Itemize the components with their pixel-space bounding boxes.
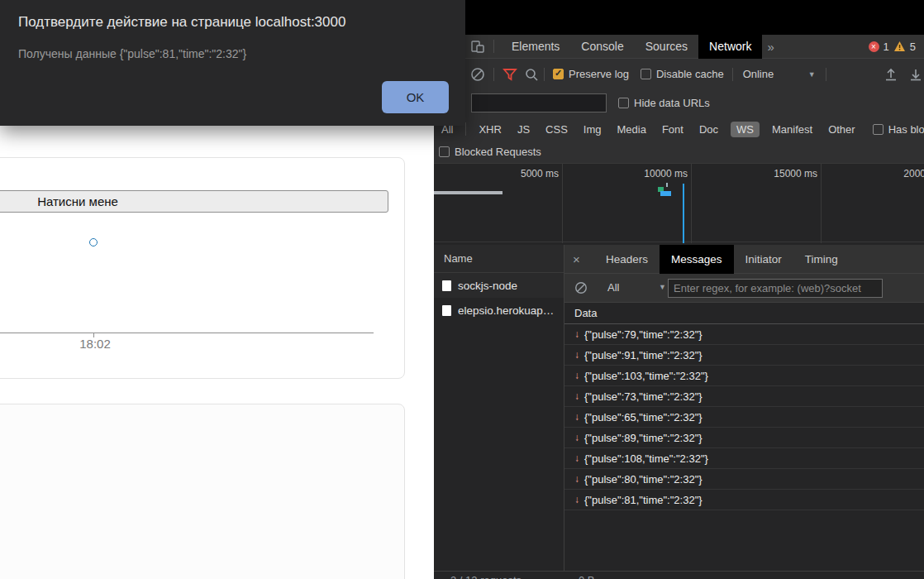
search-icon[interactable]: [524, 67, 539, 82]
ws-message: {"pulse":65,"time":"2:32"}: [584, 411, 703, 423]
filter-css[interactable]: CSS: [542, 122, 571, 137]
chevron-down-icon: ▼: [808, 70, 816, 79]
blocked-requests-row[interactable]: Blocked Requests: [434, 141, 924, 163]
filter-img[interactable]: Img: [580, 122, 605, 137]
receive-arrow-icon: ↓: [574, 432, 579, 443]
document-icon: [442, 280, 451, 291]
tab-initiator[interactable]: Initiator: [734, 245, 793, 274]
timeline-event-line: [683, 184, 684, 243]
ws-message-row[interactable]: ↓ {"pulse":81,"time":"2:32"}: [564, 490, 924, 510]
receive-arrow-icon: ↓: [574, 452, 579, 464]
more-tabs-icon[interactable]: »: [767, 40, 774, 54]
network-filter-row: Hide data URLs: [434, 89, 924, 117]
checkbox-icon: [641, 69, 651, 79]
preserve-log-checkbox[interactable]: Preserve log: [553, 68, 629, 80]
clear-messages-icon[interactable]: [574, 281, 589, 296]
resource-type-filters: All XHR JS CSS Img Media Font Doc WS Man…: [434, 117, 924, 141]
timeline-request-mark: [666, 183, 668, 187]
timeline-request-mark: [660, 191, 671, 196]
data-column-header[interactable]: Data: [564, 303, 924, 324]
ws-message-row[interactable]: ↓ {"pulse":65,"time":"2:32"}: [564, 407, 924, 428]
console-badges[interactable]: × 1 5: [869, 41, 924, 53]
disable-cache-checkbox[interactable]: Disable cache: [641, 68, 724, 80]
toggle-device-toolbar-icon[interactable]: [470, 39, 485, 54]
frame-type-select[interactable]: All: [607, 281, 619, 294]
request-name: elepsio.herokuap…: [458, 304, 554, 317]
throttling-select[interactable]: Online ▼: [743, 68, 816, 80]
ws-message: {"pulse":79,"time":"2:32"}: [584, 328, 703, 341]
press-me-button[interactable]: Натисни мене: [0, 190, 388, 213]
tab-sources[interactable]: Sources: [635, 35, 698, 59]
tab-headers[interactable]: Headers: [594, 245, 660, 274]
disable-cache-label: Disable cache: [656, 68, 724, 80]
transferred-bytes: 0 B: [579, 574, 595, 579]
ws-message-row[interactable]: ↓ {"pulse":73,"time":"2:32"}: [564, 386, 924, 407]
devtools-tab-bar: Elements Console Sources Network » × 1 5: [434, 35, 924, 59]
filter-ws[interactable]: WS: [731, 122, 760, 137]
has-blocked-cookies-checkbox[interactable]: Has blocked cookies: [873, 123, 924, 136]
filter-icon[interactable]: [502, 67, 517, 82]
filter-font[interactable]: Font: [659, 122, 687, 137]
network-filter-input[interactable]: [471, 93, 607, 112]
request-detail-pane: × Headers Messages Initiator Timing All …: [564, 245, 924, 571]
dialog-ok-button[interactable]: OK: [382, 81, 449, 113]
tab-messages[interactable]: Messages: [660, 245, 734, 274]
checkbox-icon: [618, 98, 629, 108]
export-har-icon[interactable]: [909, 67, 922, 81]
has-blocked-cookies-label: Has blocked cookies: [888, 123, 924, 136]
filter-js[interactable]: JS: [514, 122, 533, 137]
filter-doc[interactable]: Doc: [696, 122, 722, 137]
import-har-icon[interactable]: [884, 67, 898, 81]
filter-other[interactable]: Other: [825, 122, 859, 137]
chevron-down-icon: ▼: [659, 283, 666, 291]
har-buttons: [884, 67, 924, 81]
divider: [465, 122, 466, 136]
filter-xhr[interactable]: XHR: [475, 122, 504, 137]
warning-count: 5: [910, 41, 916, 53]
receive-arrow-icon: ↓: [574, 390, 579, 402]
divider: [493, 68, 494, 81]
request-row-elepsio[interactable]: elepsio.herokuap…: [434, 298, 564, 323]
clear-network-log-icon[interactable]: [470, 67, 485, 82]
ws-message-row[interactable]: ↓ {"pulse":108,"time":"2:32"}: [564, 448, 924, 469]
ws-message-row[interactable]: ↓ {"pulse":91,"time":"2:32"}: [564, 345, 924, 366]
preserve-log-label: Preserve log: [569, 68, 629, 80]
warning-badge-icon: [893, 41, 906, 52]
ws-message-row[interactable]: ↓ {"pulse":103,"time":"2:32"}: [564, 366, 924, 386]
tab-console[interactable]: Console: [570, 35, 634, 59]
message-regex-input[interactable]: [668, 279, 883, 298]
close-icon[interactable]: ×: [573, 252, 584, 266]
network-overview-timeline[interactable]: 5000 ms 10000 ms 15000 ms 20000 ms: [434, 163, 924, 242]
tab-timing[interactable]: Timing: [793, 245, 850, 274]
ws-message: {"pulse":108,"time":"2:32"}: [584, 452, 708, 465]
tab-elements[interactable]: Elements: [501, 35, 570, 59]
error-badge-icon: ×: [869, 41, 879, 52]
timeline-tick-label: 15000 ms: [761, 168, 817, 179]
ws-message-row[interactable]: ↓ {"pulse":80,"time":"2:32"}: [564, 469, 924, 490]
ws-message-row[interactable]: ↓ {"pulse":79,"time":"2:32"}: [564, 324, 924, 345]
hide-data-urls-checkbox[interactable]: Hide data URLs: [618, 97, 710, 109]
dialog-title: Подтвердите действие на странице localho…: [18, 14, 345, 31]
document-icon: [442, 305, 451, 316]
receive-arrow-icon: ↓: [574, 328, 579, 340]
ws-message: {"pulse":80,"time":"2:32"}: [584, 473, 703, 486]
error-count: 1: [884, 41, 889, 53]
dialog-message: Получены данные {"pulse":81,"time":"2:32…: [18, 47, 246, 60]
timeline-session-bar: [434, 191, 502, 194]
devtools-panel: Elements Console Sources Network » × 1 5…: [434, 0, 924, 579]
receive-arrow-icon: ↓: [574, 411, 579, 423]
filter-media[interactable]: Media: [613, 122, 649, 137]
tab-network[interactable]: Network: [698, 35, 762, 59]
receive-arrow-icon: ↓: [574, 494, 579, 505]
chart-x-axis-label: 18:02: [70, 337, 120, 351]
checkbox-checked-icon: [553, 69, 564, 79]
timeline-gridline: [691, 164, 692, 243]
throttling-value: Online: [743, 68, 774, 80]
name-column-header[interactable]: Name: [434, 245, 564, 273]
divider: [493, 40, 494, 53]
network-toolbar: Preserve log Disable cache Online ▼: [434, 59, 924, 89]
request-row-sockjs-node[interactable]: sockjs-node: [434, 273, 564, 298]
receive-arrow-icon: ↓: [574, 370, 579, 381]
filter-manifest[interactable]: Manifest: [769, 122, 816, 137]
ws-message-row[interactable]: ↓ {"pulse":89,"time":"2:32"}: [564, 428, 924, 448]
